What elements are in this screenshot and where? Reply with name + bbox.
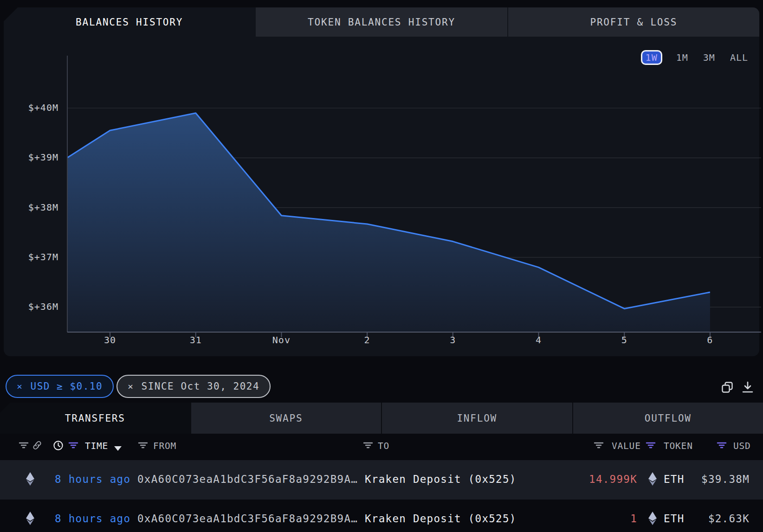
eth-token-icon: [648, 512, 657, 527]
x-axis-label: 5: [603, 334, 645, 346]
transfer-from-address[interactable]: 0xA60C073eaA1bdC3F56aF8a9292B9A…: [137, 513, 358, 525]
filter-icon-token-active[interactable]: [646, 440, 656, 452]
transfer-value: 14.999K: [589, 473, 637, 485]
column-header-value[interactable]: VALUE: [612, 441, 641, 451]
x-axis-label: 4: [518, 334, 560, 346]
column-header-time[interactable]: TIME: [85, 441, 108, 451]
tab-outflow[interactable]: OUTFLOW: [573, 403, 763, 434]
eth-token-icon: [648, 472, 657, 487]
x-axis-label: 31: [175, 334, 217, 346]
y-axis-label: $+40M: [14, 102, 58, 113]
y-axis-label: $+37M: [14, 251, 58, 263]
download-icon[interactable]: [741, 380, 755, 394]
remove-filter-icon[interactable]: ×: [17, 381, 23, 392]
tab-outflow-label: OUTFLOW: [645, 413, 692, 424]
tab-swaps-label: SWAPS: [269, 413, 303, 424]
balance-area-chart[interactable]: [0, 0, 763, 356]
transfer-from-address[interactable]: 0xA60C073eaA1bdC3F56aF8a9292B9A…: [137, 473, 358, 485]
transfer-time-link[interactable]: 8 hours ago: [55, 513, 130, 525]
column-header-to[interactable]: TO: [378, 441, 389, 451]
x-axis-label: 2: [346, 334, 388, 346]
column-header-token[interactable]: TOKEN: [664, 441, 693, 451]
table-tab-bar: TRANSFERS SWAPS INFLOW OUTFLOW: [0, 403, 763, 434]
x-axis-label: Nov: [260, 334, 302, 346]
transfer-token: ETH: [664, 473, 685, 485]
area-fill: [67, 113, 710, 332]
tab-transfers-label: TRANSFERS: [65, 413, 125, 424]
chevron-down-icon[interactable]: [114, 444, 122, 453]
table-row[interactable]: 8 hours ago 0xA60C073eaA1bdC3F56aF8a9292…: [0, 460, 763, 500]
clock-icon[interactable]: [53, 440, 64, 453]
transfer-to-entity[interactable]: Kraken Deposit (0x525): [365, 473, 517, 485]
transfers-table-header: TIME FROM TO VALUE TOKEN USD: [0, 434, 763, 460]
tab-inflow-label: INFLOW: [457, 413, 497, 424]
link-icon[interactable]: [32, 440, 42, 452]
y-axis-label: $+36M: [14, 301, 58, 312]
transfer-to-entity[interactable]: Kraken Deposit (0x525): [365, 513, 517, 525]
copy-icon[interactable]: [720, 380, 734, 394]
x-axis-label: 30: [89, 334, 131, 346]
filter-icon-time-active[interactable]: [68, 440, 78, 452]
tab-swaps[interactable]: SWAPS: [191, 403, 382, 434]
column-header-usd[interactable]: USD: [733, 441, 751, 451]
tab-inflow[interactable]: INFLOW: [382, 403, 573, 434]
y-axis-label: $+38M: [14, 202, 58, 213]
filter-chip-usd[interactable]: × USD ≥ $0.10: [6, 375, 114, 398]
eth-chain-icon: [26, 472, 34, 487]
filter-chip-usd-label: USD ≥ $0.10: [31, 381, 103, 392]
tab-corner-notch: [0, 403, 10, 413]
filter-icon[interactable]: [19, 440, 29, 452]
filter-icon-from[interactable]: [138, 440, 148, 452]
filter-icon-value[interactable]: [594, 440, 604, 452]
filter-chip-since[interactable]: × SINCE Oct 30, 2024: [116, 375, 271, 398]
transfer-usd: $39.38M: [701, 473, 750, 485]
filter-icon-to[interactable]: [363, 440, 373, 452]
transfer-time-link[interactable]: 8 hours ago: [55, 473, 130, 485]
transfer-value: 1: [630, 513, 637, 525]
transfer-token: ETH: [664, 513, 685, 525]
y-axis-label: $+39M: [14, 152, 58, 163]
x-axis-label: 6: [689, 334, 731, 346]
tab-transfers[interactable]: TRANSFERS: [0, 403, 191, 434]
app-window: BALANCES HISTORY TOKEN BALANCES HISTORY …: [0, 0, 763, 532]
table-row[interactable]: 8 hours ago 0xA60C073eaA1bdC3F56aF8a9292…: [0, 500, 763, 532]
filter-chip-since-label: SINCE Oct 30, 2024: [142, 381, 260, 392]
transfer-usd: $2.63K: [708, 513, 750, 525]
filter-icon-usd-active[interactable]: [717, 440, 727, 452]
eth-chain-icon: [26, 512, 34, 527]
remove-filter-icon[interactable]: ×: [128, 381, 134, 392]
x-axis-label: 3: [432, 334, 474, 346]
column-header-from[interactable]: FROM: [153, 441, 176, 451]
